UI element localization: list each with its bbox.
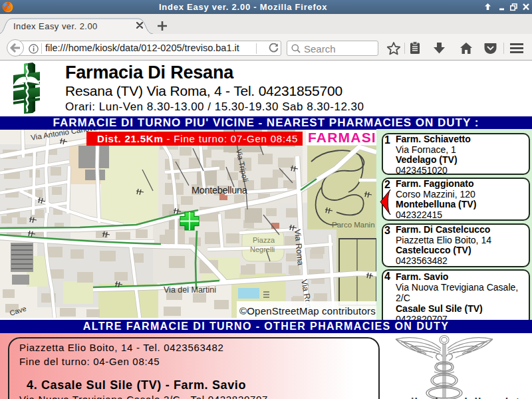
svg-text:Negrelli: Negrelli — [250, 245, 275, 253]
svg-text:Dist. 21.5Km - Fine turno: 07-: Dist. 21.5Km - Fine turno: 07-Gen 08:45 — [97, 133, 298, 144]
svg-text:FARMASI: FARMASI — [308, 130, 376, 145]
svg-text:Montebelluna: Montebelluna — [192, 185, 248, 196]
svg-text:Via dei Martini: Via dei Martini — [164, 285, 216, 295]
svg-text:©OpenStreetMap contributors: ©OpenStreetMap contributors — [239, 305, 376, 317]
svg-text:Parco Manin: Parco Manin — [332, 221, 375, 229]
svg-text:Piazza: Piazza — [253, 236, 275, 244]
